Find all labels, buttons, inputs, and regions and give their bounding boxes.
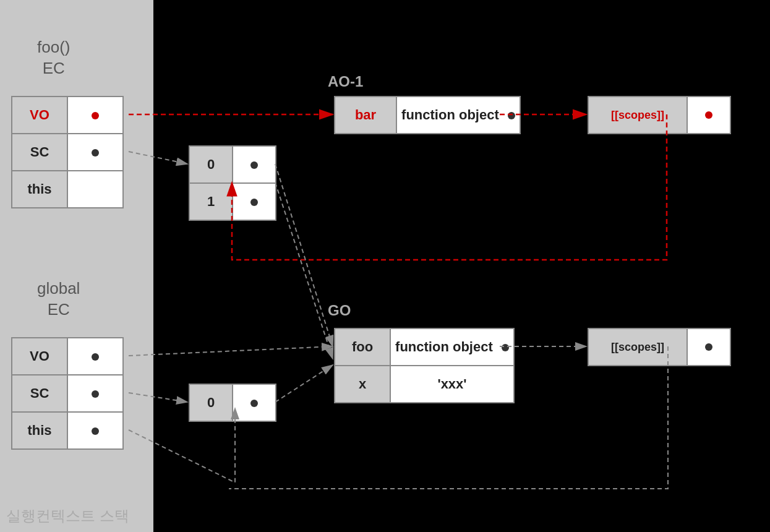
scopes-top-dot-icon — [705, 111, 712, 119]
go-foo-dot — [502, 344, 509, 351]
ao1-label: AO-1 — [328, 73, 363, 90]
foo-sc-dot — [92, 149, 99, 157]
ao1-0-label: 0 — [189, 146, 233, 183]
global-this-dot — [92, 427, 99, 435]
arrow-ao1-1-to-go — [275, 182, 333, 359]
ao1-main-table: bar function object — [334, 96, 521, 134]
ao1-bar-dot — [508, 112, 515, 119]
foo-ec-label: foo()EC — [37, 37, 70, 79]
global-vo-label: VO — [12, 338, 67, 375]
scopes-top-dot — [687, 97, 730, 134]
foo-ec-table: VO SC this — [11, 96, 124, 208]
ao1-bar-value: function object — [396, 97, 520, 134]
scopes-bottom-table: [[scopes]] — [588, 328, 731, 366]
ao1-1-label: 1 — [189, 183, 233, 220]
bottom-label: 실행컨텍스트 스택 — [6, 506, 129, 526]
arrow-scopes-loop — [232, 114, 667, 260]
scopes-bottom-dot — [687, 328, 730, 366]
go-x-value: 'xxx' — [390, 366, 514, 403]
foo-vo-dot — [92, 112, 99, 119]
ao1-table: 0 1 — [189, 145, 276, 221]
go-foo-key: foo — [335, 328, 390, 366]
global-this-label: this — [12, 412, 67, 449]
foo-vo-label: VO — [12, 97, 67, 134]
scopes-top-table: [[scopes]] — [588, 96, 731, 134]
ao1-1-value — [233, 183, 276, 220]
foo-this-value — [67, 171, 123, 208]
ao1-bar-key: bar — [335, 97, 396, 134]
foo-vo-value — [67, 97, 123, 134]
go-label: GO — [328, 302, 351, 319]
foo-sc-label: SC — [12, 134, 67, 171]
global-vo-dot — [92, 353, 99, 361]
ao1-1-dot — [250, 199, 258, 206]
go-foo-value: function object — [390, 328, 514, 366]
go-0-label: 0 — [189, 384, 233, 421]
scopes-bottom-dot-icon — [705, 343, 712, 351]
foo-this-label: this — [12, 171, 67, 208]
global-sc-label: SC — [12, 375, 67, 412]
arrow-ao1-0-to-go — [275, 164, 333, 346]
sidebar — [0, 0, 153, 532]
ao1-0-value — [233, 146, 276, 183]
go-main-table: foo function object x 'xxx' — [334, 328, 515, 403]
global-this-value — [67, 412, 123, 449]
scopes-bottom-label: [[scopes]] — [588, 328, 687, 366]
go-0-value — [233, 384, 276, 421]
scopes-top-label: [[scopes]] — [588, 97, 687, 134]
global-ec-table: VO SC this — [11, 337, 124, 450]
arrow-global-vo-to-go — [129, 346, 333, 356]
go-x-key: x — [335, 366, 390, 403]
go-0-dot — [250, 400, 258, 407]
arrow-go-mini-to-go — [275, 365, 333, 402]
global-ec-label: globalEC — [37, 278, 80, 320]
foo-sc-value — [67, 134, 123, 171]
global-vo-value — [67, 338, 123, 375]
global-sc-dot — [92, 390, 99, 398]
ao1-0-dot — [250, 161, 258, 169]
go-mini-table: 0 — [189, 384, 276, 422]
global-sc-value — [67, 375, 123, 412]
